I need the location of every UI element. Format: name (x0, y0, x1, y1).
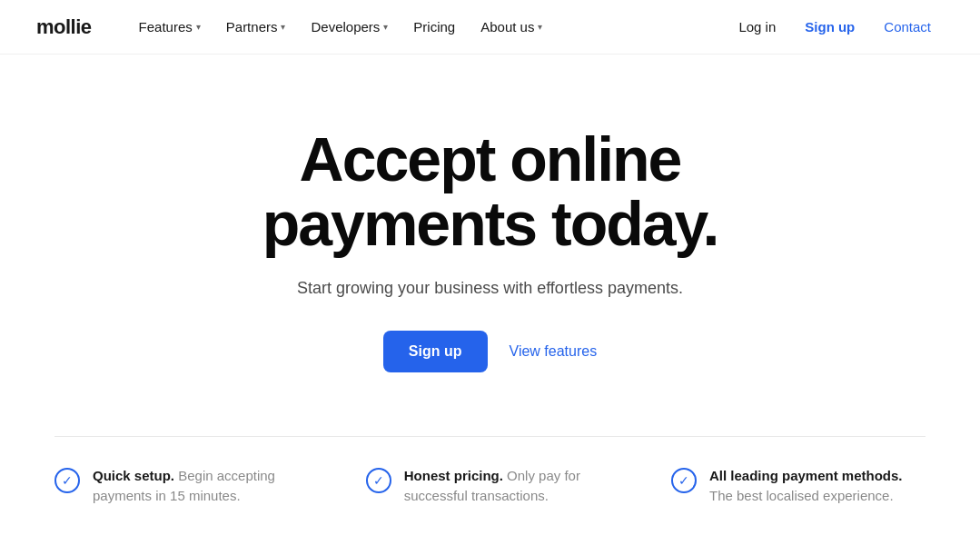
check-icon: ✓ (54, 468, 80, 493)
nav-about-label: About us (480, 19, 534, 35)
nav-links: Features ▾ Partners ▾ Developers ▾ Prici… (128, 12, 727, 42)
signup-hero-button[interactable]: Sign up (383, 331, 488, 372)
features-row: ✓ Quick setup. Begin accepting payments … (0, 437, 980, 543)
check-icon: ✓ (671, 468, 697, 493)
brand-logo[interactable]: mollie (36, 15, 92, 39)
feature-quick-setup-bold: Quick setup. (93, 468, 174, 483)
nav-partners-label: Partners (226, 19, 278, 35)
nav-features[interactable]: Features ▾ (128, 12, 212, 42)
login-button[interactable]: Log in (726, 12, 788, 42)
check-icon: ✓ (366, 468, 391, 493)
hero-buttons: Sign up View features (383, 331, 597, 372)
navbar: mollie Features ▾ Partners ▾ Developers … (0, 0, 980, 55)
nav-features-label: Features (139, 19, 193, 35)
feature-payment-methods-detail: The best localised experience. (709, 488, 894, 503)
nav-right: Log in Sign up Contact (726, 12, 944, 42)
nav-about[interactable]: About us ▾ (470, 12, 553, 42)
feature-payment-methods-text: All leading payment methods. The best lo… (709, 466, 926, 507)
chevron-down-icon: ▾ (281, 22, 285, 32)
chevron-down-icon: ▾ (538, 22, 542, 32)
feature-payment-methods: ✓ All leading payment methods. The best … (671, 466, 926, 507)
nav-developers[interactable]: Developers ▾ (300, 12, 399, 42)
feature-payment-methods-bold: All leading payment methods. (709, 468, 903, 483)
chevron-down-icon: ▾ (383, 22, 388, 32)
signup-nav-button[interactable]: Sign up (792, 12, 867, 42)
feature-honest-pricing: ✓ Honest pricing. Only pay for successfu… (366, 466, 599, 507)
feature-quick-setup-text: Quick setup. Begin accepting payments in… (93, 466, 293, 507)
hero-section: Accept online payments today. Start grow… (0, 55, 980, 427)
chevron-down-icon: ▾ (196, 22, 201, 32)
hero-title: Accept online payments today. (173, 127, 808, 257)
feature-honest-pricing-bold: Honest pricing. (404, 468, 503, 483)
nav-pricing[interactable]: Pricing (402, 12, 466, 42)
contact-nav-button[interactable]: Contact (871, 12, 944, 42)
feature-quick-setup: ✓ Quick setup. Begin accepting payments … (54, 466, 293, 507)
hero-subtitle: Start growing your business with effortl… (297, 279, 683, 298)
nav-pricing-label: Pricing (413, 19, 455, 35)
nav-partners[interactable]: Partners ▾ (215, 12, 297, 42)
view-features-link[interactable]: View features (510, 343, 598, 360)
feature-honest-pricing-text: Honest pricing. Only pay for successful … (404, 466, 599, 507)
nav-developers-label: Developers (311, 19, 380, 35)
